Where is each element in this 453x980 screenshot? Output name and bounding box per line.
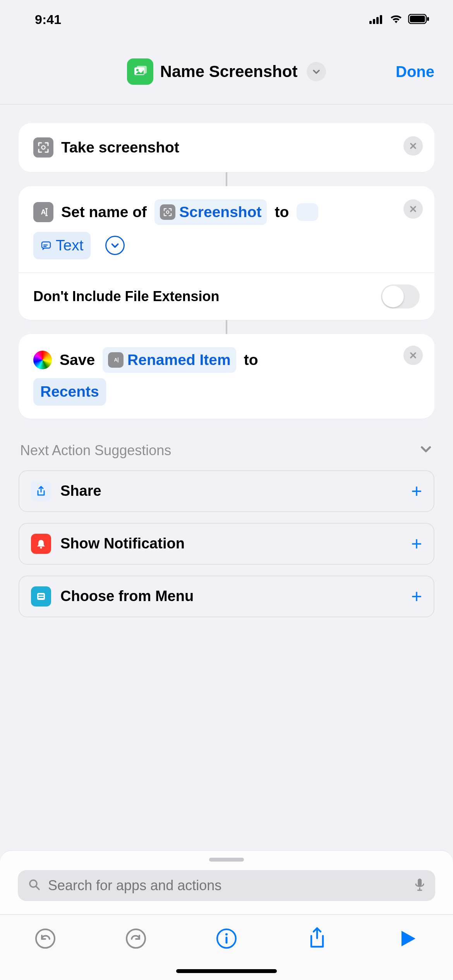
chevron-down-icon (419, 442, 433, 459)
status-time: 9:41 (35, 12, 61, 27)
action-take-screenshot[interactable]: Take screenshot (19, 123, 434, 172)
action-label-prefix: Save (60, 349, 95, 372)
status-indicators (369, 12, 430, 27)
screenshot-icon (160, 204, 175, 220)
toolbar (0, 914, 453, 980)
expand-options-button[interactable] (105, 236, 125, 255)
svg-rect-6 (427, 17, 429, 21)
delete-action-button[interactable] (403, 199, 423, 219)
workflow-canvas: Take screenshot A Set name of Screenshot… (0, 105, 453, 419)
search-field[interactable] (18, 870, 435, 901)
option-label: Don't Include File Extension (33, 288, 220, 305)
status-bar: 9:41 (0, 0, 453, 39)
svg-rect-0 (369, 21, 372, 24)
action-label-mid: to (275, 201, 289, 224)
suggestion-share[interactable]: Share + (19, 470, 434, 512)
token-label: Renamed Item (127, 349, 231, 372)
delete-action-button[interactable] (403, 136, 423, 156)
suggestion-label: Show Notification (60, 535, 185, 552)
option-toggle[interactable] (381, 284, 420, 308)
info-button[interactable] (213, 925, 240, 953)
text-variable-token[interactable]: Text (33, 232, 91, 259)
name-value-field[interactable] (297, 203, 318, 221)
delete-action-button[interactable] (403, 346, 423, 365)
share-icon (31, 481, 51, 501)
input-variable-token[interactable]: A Renamed Item (103, 347, 236, 373)
svg-point-9 (136, 69, 139, 71)
add-suggestion-button[interactable]: + (411, 533, 422, 554)
svg-rect-2 (376, 17, 379, 24)
bell-icon (31, 534, 51, 554)
action-label: Take screenshot (61, 136, 179, 159)
suggestion-label: Choose from Menu (60, 588, 194, 605)
battery-icon (408, 12, 430, 27)
wifi-icon (390, 12, 403, 27)
svg-text:A: A (41, 208, 46, 216)
run-button[interactable] (394, 925, 422, 953)
action-label-prefix: Set name of (61, 201, 147, 224)
suggestion-choose-menu[interactable]: Choose from Menu + (19, 576, 434, 617)
add-suggestion-button[interactable]: + (411, 480, 422, 502)
svg-rect-5 (410, 15, 425, 22)
destination-album-token[interactable]: Recents (33, 378, 106, 406)
text-icon (40, 240, 52, 251)
svg-rect-20 (37, 593, 45, 600)
svg-line-24 (36, 886, 39, 889)
token-label: Screenshot (179, 201, 261, 224)
svg-rect-1 (373, 19, 375, 24)
suggestion-label: Share (60, 483, 101, 499)
cellular-icon (369, 12, 384, 27)
action-set-name[interactable]: A Set name of Screenshot to Text (19, 186, 434, 320)
title-group[interactable]: Name Screenshot (127, 58, 326, 85)
search-icon (28, 878, 41, 893)
shortcut-title: Name Screenshot (160, 62, 298, 81)
option-file-extension: Don't Include File Extension (19, 272, 434, 320)
svg-point-31 (225, 933, 228, 935)
token-label: Text (56, 234, 84, 257)
svg-rect-32 (226, 937, 228, 944)
svg-rect-3 (380, 15, 382, 24)
title-menu-button[interactable] (307, 62, 326, 81)
svg-point-19 (40, 547, 42, 548)
redo-button[interactable] (122, 925, 150, 953)
done-button[interactable]: Done (396, 63, 434, 80)
suggestions-title: Next Action Suggestions (20, 442, 171, 459)
action-label-mid: to (244, 349, 258, 372)
suggestions-header[interactable]: Next Action Suggestions (0, 419, 453, 470)
search-input[interactable] (48, 877, 407, 894)
rename-icon: A (108, 352, 124, 368)
sheet-grabber[interactable] (209, 858, 244, 862)
screenshot-icon (33, 137, 53, 158)
photos-icon (33, 351, 52, 369)
nav-header: Name Screenshot Done (0, 39, 453, 105)
home-indicator[interactable] (176, 969, 277, 973)
flow-connector (226, 320, 227, 334)
undo-button[interactable] (31, 925, 59, 953)
svg-rect-25 (418, 879, 422, 886)
svg-point-15 (166, 211, 169, 213)
action-search-sheet[interactable] (0, 851, 453, 914)
menu-icon (31, 586, 51, 607)
svg-point-10 (42, 146, 45, 149)
add-suggestion-button[interactable]: + (411, 586, 422, 607)
flow-connector (226, 172, 227, 186)
action-save-photo[interactable]: Save A Renamed Item to Recents (19, 334, 434, 419)
suggestions-list: Share + Show Notification + Choose from … (0, 470, 453, 617)
rename-icon: A (33, 202, 53, 222)
shortcut-icon (127, 58, 153, 85)
token-label: Recents (40, 380, 99, 403)
share-button[interactable] (303, 925, 331, 953)
svg-text:A: A (114, 357, 118, 363)
svg-rect-22 (38, 597, 44, 598)
mic-icon[interactable] (414, 878, 425, 893)
suggestion-show-notification[interactable]: Show Notification + (19, 523, 434, 565)
input-variable-token[interactable]: Screenshot (154, 199, 267, 225)
svg-rect-21 (38, 595, 44, 596)
